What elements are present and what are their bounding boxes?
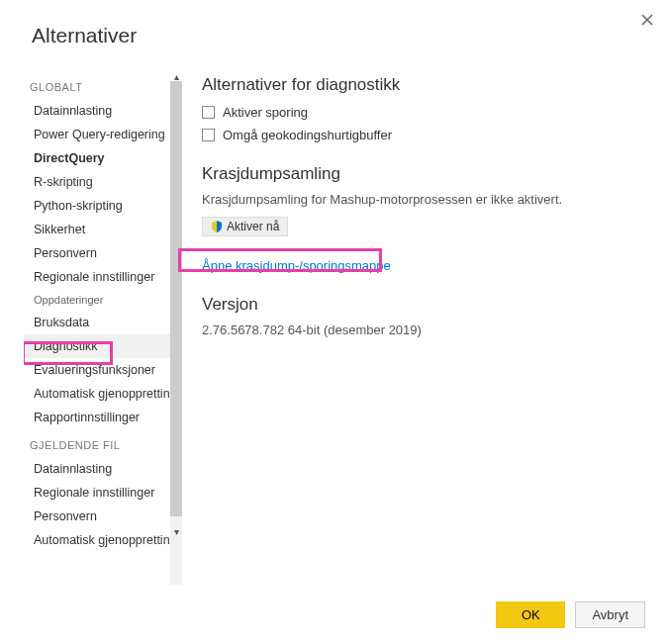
sidebar-item-diagnostikk[interactable]: Diagnostikk [24, 334, 182, 358]
button-bar: OK Avbryt [496, 601, 645, 628]
enable-tracing-label: Aktiver sporing [223, 105, 308, 120]
open-folder-link[interactable]: Åpne krasjdump-/sporingsmappe [202, 258, 391, 273]
sidebar-item-personvern2[interactable]: Personvern [24, 505, 182, 528]
scroll-down-icon[interactable]: ▾ [170, 526, 182, 538]
sidebar-item-autogjenopp[interactable]: Automatisk gjenoppretting [24, 382, 182, 406]
version-heading: Versjon [202, 295, 645, 315]
checkbox-icon[interactable] [202, 106, 215, 119]
close-button[interactable] [639, 12, 655, 28]
sidebar-item-datainnlasting[interactable]: Datainnlasting [24, 99, 182, 123]
sidebar-item-pythonskripting[interactable]: Python-skripting [24, 194, 182, 218]
sidebar-item-regionale2[interactable]: Regionale innstillinger [24, 481, 182, 505]
sidebar-item-evaluering[interactable]: Evalueringsfunksjoner [24, 358, 182, 382]
sidebar-item-directquery[interactable]: DirectQuery [24, 146, 182, 170]
sidebar-item-sikkerhet[interactable]: Sikkerhet [24, 218, 182, 241]
sidebar-item-regionale[interactable]: Regionale innstillinger [24, 265, 182, 289]
sidebar: ▴ ▾ GLOBALT Datainnlasting Power Query-r… [24, 71, 182, 585]
sidebar-item-datainnlasting2[interactable]: Datainnlasting [24, 457, 182, 481]
bypass-geo-row[interactable]: Omgå geokodingshurtigbuffer [202, 128, 645, 142]
sidebar-item-rskripting[interactable]: R-skripting [24, 170, 182, 194]
sidebar-item-rapport[interactable]: Rapportinnstillinger [24, 406, 182, 429]
crashdump-text: Krasjdumpsamling for Mashup-motorprosess… [202, 192, 645, 207]
options-dialog: Alternativer ▴ ▾ GLOBALT Datainnlasting … [0, 0, 669, 644]
enable-tracing-row[interactable]: Aktiver sporing [202, 105, 645, 120]
dialog-content: ▴ ▾ GLOBALT Datainnlasting Power Query-r… [24, 71, 645, 585]
dialog-title: Alternativer [0, 0, 669, 47]
version-text: 2.76.5678.782 64-bit (desember 2019) [202, 322, 645, 337]
shield-icon [211, 221, 223, 232]
main-panel: Alternativer for diagnostikk Aktiver spo… [182, 71, 645, 585]
enable-now-button[interactable]: Aktiver nå [202, 217, 288, 236]
sidebar-item-oppdateringer[interactable]: Oppdateringer [24, 289, 182, 311]
checkbox-icon[interactable] [202, 129, 215, 141]
sidebar-item-autogjenopp2[interactable]: Automatisk gjenoppretting [24, 528, 182, 552]
diag-heading: Alternativer for diagnostikk [202, 75, 645, 95]
sidebar-item-powerquery[interactable]: Power Query-redigering [24, 123, 182, 146]
sidebar-item-personvern[interactable]: Personvern [24, 241, 182, 265]
enable-now-label: Aktiver nå [227, 220, 279, 233]
close-icon [641, 14, 653, 26]
sidebar-section-currentfile: GJELDENDE FIL [24, 429, 182, 457]
crashdump-heading: Krasjdumpsamling [202, 164, 645, 184]
scrollbar-thumb[interactable] [170, 81, 182, 516]
ok-button[interactable]: OK [496, 601, 565, 628]
sidebar-item-bruksdata[interactable]: Bruksdata [24, 311, 182, 334]
cancel-button[interactable]: Avbryt [575, 601, 645, 628]
bypass-geo-label: Omgå geokodingshurtigbuffer [223, 128, 392, 142]
sidebar-section-global: GLOBALT [24, 71, 182, 99]
